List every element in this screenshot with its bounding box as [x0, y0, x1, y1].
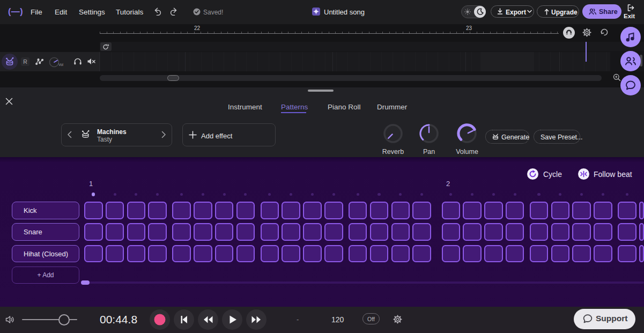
svg-text:Vol: Vol [58, 63, 64, 66]
